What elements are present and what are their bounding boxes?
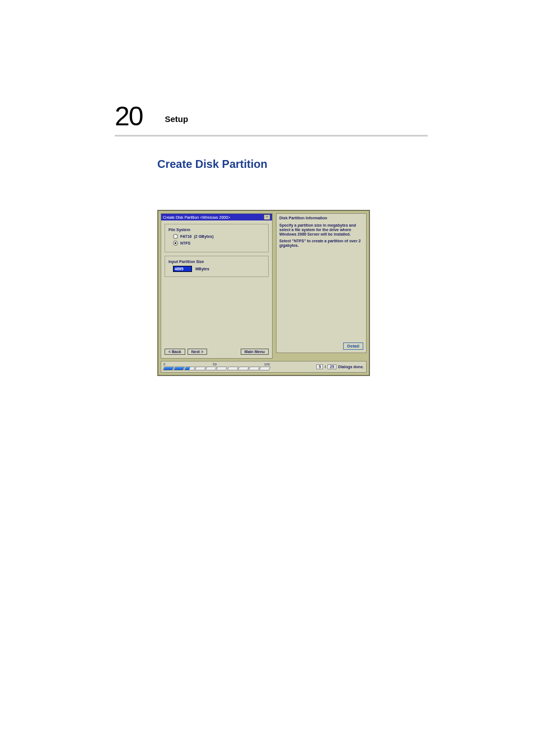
- counter-current: 5: [316, 364, 323, 369]
- counter-total: 25: [327, 364, 336, 369]
- info-title: Disk Partition Information: [279, 216, 363, 220]
- progress-strip: 0 50 100 5 / 25 Dialogs done.: [161, 361, 367, 373]
- info-panel: Disk Partition Information Specify a par…: [276, 213, 367, 353]
- main-menu-button[interactable]: Main Menu: [241, 349, 269, 355]
- detail-button[interactable]: Detail: [343, 342, 363, 350]
- progress-segment: [174, 367, 185, 370]
- section-title: Create Disk Partition: [157, 158, 428, 171]
- scale-mid: 50: [213, 363, 217, 366]
- file-system-group: File System FAT16 (2 GBytes) NTFS: [165, 224, 269, 252]
- info-paragraph-2: Select "NTFS" to create a partition of o…: [279, 239, 363, 248]
- scale-max: 100: [264, 363, 270, 366]
- progress-segment: [227, 367, 238, 370]
- radio-fat16-label: FAT16: [180, 234, 192, 238]
- close-icon[interactable]: ×: [264, 214, 270, 220]
- back-button[interactable]: < Back: [165, 349, 185, 355]
- counter-label: Dialogs done.: [338, 365, 364, 369]
- radio-ntfs-label: NTFS: [180, 241, 190, 245]
- radio-icon: [173, 241, 178, 246]
- radio-fat16[interactable]: FAT16 (2 GBytes): [173, 234, 265, 239]
- partition-size-input[interactable]: 4095: [173, 266, 192, 272]
- info-paragraph-1: Specify a partition size in megabytes an…: [279, 223, 363, 237]
- dialog-title: Create Disk Partition <Windows 2000>: [163, 215, 230, 219]
- scale-min: 0: [163, 363, 165, 366]
- partition-size-legend: Input Partition Size: [168, 260, 265, 264]
- chapter-title: Setup: [165, 114, 188, 124]
- progress-segment: [259, 367, 271, 370]
- progress-bar: 0 50 100: [163, 363, 270, 370]
- radio-icon: [173, 234, 178, 239]
- partition-size-unit: MBytes: [195, 267, 209, 271]
- wizard-screenshot: Create Disk Partition <Windows 2000> × F…: [157, 210, 370, 376]
- file-system-legend: File System: [168, 228, 265, 232]
- progress-segment: [216, 367, 228, 370]
- progress-segment: [195, 367, 207, 370]
- progress-segment: [184, 367, 196, 370]
- dialog-titlebar: Create Disk Partition <Windows 2000> ×: [161, 214, 272, 220]
- progress-segment: [205, 367, 217, 370]
- progress-segment: [237, 367, 249, 370]
- radio-fat16-hint: (2 GBytes): [194, 234, 214, 238]
- header-rule: [115, 135, 428, 137]
- progress-segment: [163, 367, 175, 370]
- dialogs-counter: 5 / 25 Dialogs done.: [316, 364, 364, 369]
- dialog-window: Create Disk Partition <Windows 2000> × F…: [161, 213, 273, 359]
- page-number: 20: [115, 101, 142, 132]
- counter-sep: /: [325, 365, 326, 369]
- progress-segment: [248, 367, 260, 370]
- partition-size-group: Input Partition Size 4095 MBytes: [165, 256, 269, 277]
- next-button[interactable]: Next >: [188, 349, 207, 355]
- radio-ntfs[interactable]: NTFS: [173, 241, 265, 246]
